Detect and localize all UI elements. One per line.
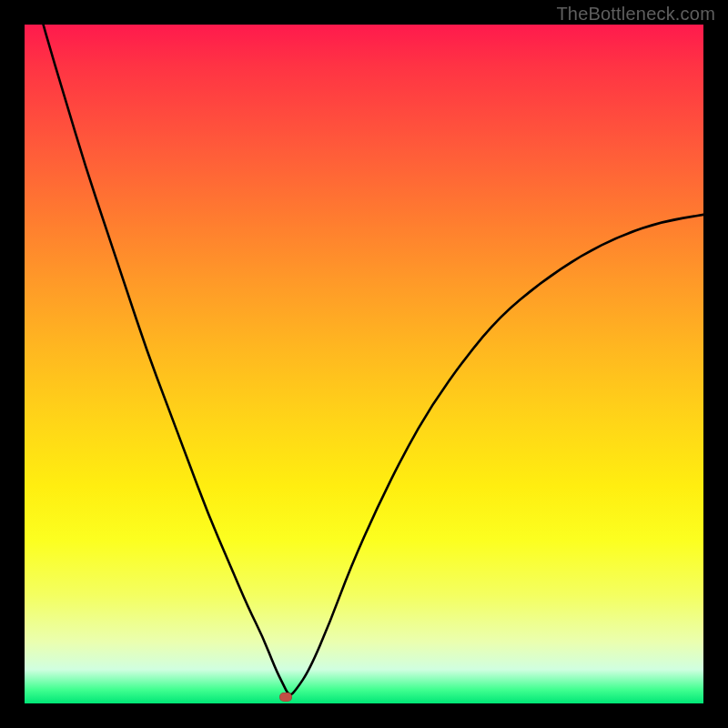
bottleneck-curve [25,25,703,703]
minimum-marker [279,693,292,702]
chart-frame: TheBottleneck.com [0,0,728,728]
watermark-text: TheBottleneck.com [556,4,715,25]
plot-area [25,25,703,703]
